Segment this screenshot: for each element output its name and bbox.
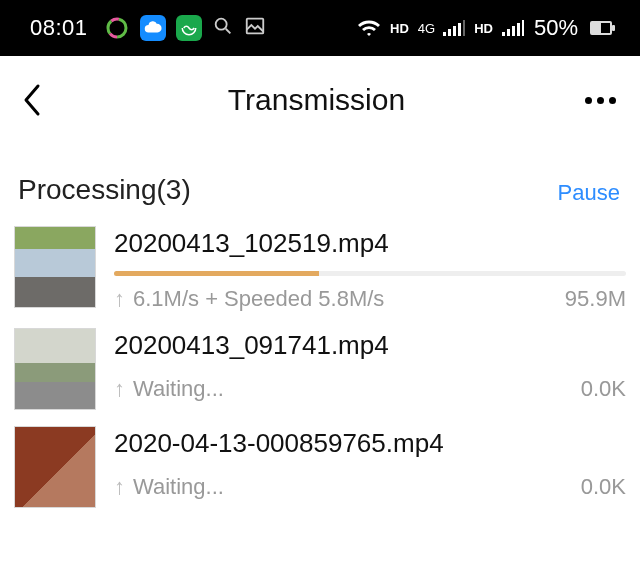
item-meta: 2020-04-13-000859765.mp4 ↑ Waiting... 0.…: [114, 426, 626, 508]
svg-rect-10: [502, 32, 505, 36]
section-header: Processing(3) Pause: [0, 144, 640, 216]
picture-icon: [244, 15, 266, 42]
app-icon-1: [104, 15, 130, 41]
transfer-item[interactable]: 20200413_091741.mp4 ↑ Waiting... 0.0K: [0, 318, 640, 416]
thumbnail: [14, 426, 96, 508]
app-icon-2: [140, 15, 166, 41]
pause-button[interactable]: Pause: [558, 176, 620, 206]
file-name: 2020-04-13-000859765.mp4: [114, 428, 626, 459]
svg-rect-14: [522, 20, 524, 36]
speed-text: 6.1M/s + Speeded 5.8M/s: [133, 286, 557, 312]
battery-icon: [590, 21, 612, 35]
upload-icon: ↑: [114, 474, 125, 500]
svg-rect-11: [507, 29, 510, 36]
size-text: 95.9M: [565, 286, 626, 312]
signal-icon-1: [443, 20, 465, 36]
svg-rect-9: [463, 20, 465, 36]
progress-bar: [114, 271, 626, 276]
transfer-item[interactable]: 2020-04-13-000859765.mp4 ↑ Waiting... 0.…: [0, 416, 640, 514]
size-text: 0.0K: [581, 474, 626, 500]
svg-point-2: [215, 18, 226, 29]
svg-line-3: [225, 28, 230, 33]
back-button[interactable]: [10, 78, 54, 122]
wifi-icon: [357, 19, 381, 37]
status-left: 08:01: [30, 15, 266, 42]
progress-fill: [114, 271, 319, 276]
svg-rect-6: [448, 29, 451, 36]
upload-icon: ↑: [114, 286, 125, 312]
speed-text: Waiting...: [133, 474, 573, 500]
svg-rect-7: [453, 26, 456, 36]
section-label: Processing(3): [18, 174, 191, 206]
hd-indicator-1: HD: [389, 21, 410, 36]
upload-icon: ↑: [114, 376, 125, 402]
size-text: 0.0K: [581, 376, 626, 402]
status-right: HD 4G HD 50%: [357, 15, 612, 41]
file-name: 20200413_091741.mp4: [114, 330, 626, 361]
page-title: Transmission: [228, 83, 405, 117]
status-clock: 08:01: [30, 15, 88, 41]
transfer-item[interactable]: 20200413_102519.mp4 ↑ 6.1M/s + Speeded 5…: [0, 216, 640, 318]
more-button[interactable]: [579, 87, 622, 114]
hd-indicator-2: HD: [473, 21, 494, 36]
svg-rect-5: [443, 32, 446, 36]
thumbnail: [14, 328, 96, 410]
status-bar: 08:01 HD 4G HD 50%: [0, 0, 640, 56]
svg-rect-12: [512, 26, 515, 36]
item-meta: 20200413_102519.mp4 ↑ 6.1M/s + Speeded 5…: [114, 226, 626, 312]
speed-text: Waiting...: [133, 376, 573, 402]
signal-icon-2: [502, 20, 524, 36]
app-icon-3: [176, 15, 202, 41]
search-icon: [212, 15, 234, 42]
file-name: 20200413_102519.mp4: [114, 228, 626, 259]
network-4g: 4G: [418, 23, 435, 34]
svg-rect-8: [458, 23, 461, 36]
svg-rect-13: [517, 23, 520, 36]
thumbnail: [14, 226, 96, 308]
app-header: Transmission: [0, 56, 640, 144]
item-meta: 20200413_091741.mp4 ↑ Waiting... 0.0K: [114, 328, 626, 410]
battery-text: 50%: [534, 15, 578, 41]
